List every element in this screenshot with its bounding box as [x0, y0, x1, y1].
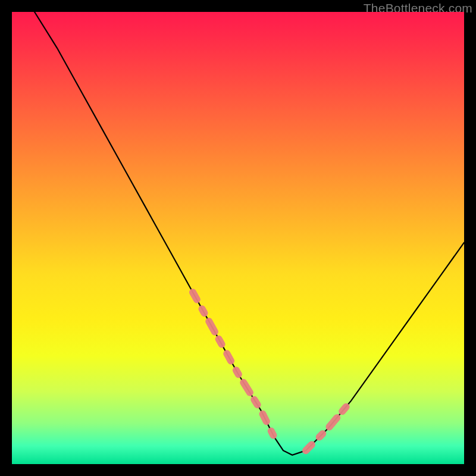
curve-svg — [12, 12, 464, 464]
highlight-segment-0 — [193, 292, 274, 437]
highlight-segment-1 — [306, 401, 351, 451]
chart-container: TheBottleneck.com — [0, 0, 476, 476]
bottleneck-curve — [35, 12, 464, 455]
plot-area — [12, 12, 464, 464]
